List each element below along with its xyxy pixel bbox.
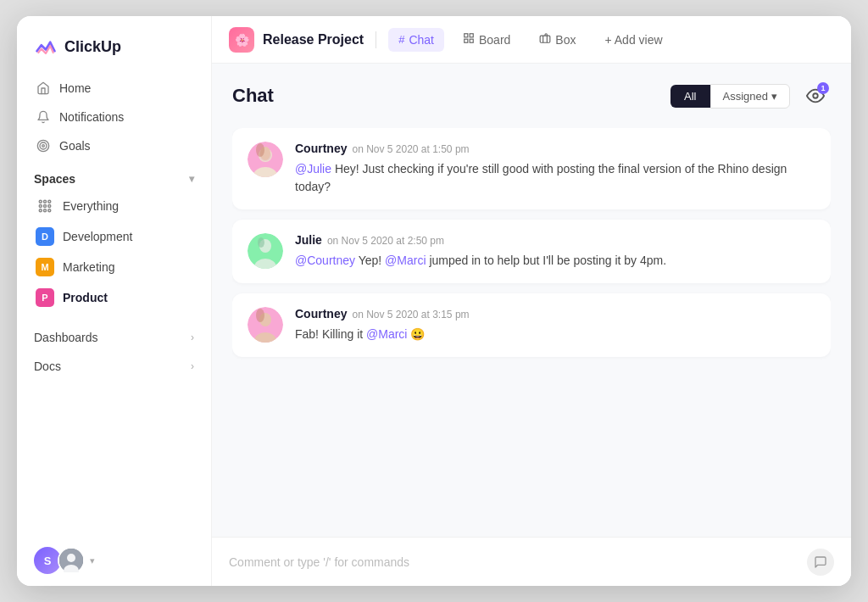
marketing-badge: M bbox=[36, 258, 54, 276]
svg-rect-17 bbox=[465, 39, 468, 42]
sidebar-item-product[interactable]: P Product bbox=[25, 282, 203, 313]
svg-point-8 bbox=[48, 205, 51, 208]
svg-point-9 bbox=[39, 209, 42, 212]
chat-area: Chat All Assigned ▾ 1 bbox=[212, 64, 851, 537]
svg-rect-15 bbox=[465, 34, 468, 37]
message-body: Courtney on Nov 5 2020 at 3:15 pm Fab! K… bbox=[295, 307, 815, 343]
message-card: Courtney on Nov 5 2020 at 1:50 pm @Julie… bbox=[232, 128, 831, 209]
avatar bbox=[248, 142, 283, 177]
docs-chevron-icon: › bbox=[191, 360, 194, 372]
filter-assigned-label: Assigned bbox=[723, 90, 768, 103]
svg-point-0 bbox=[37, 140, 48, 151]
message-text: @Courtney Yep! @Marci jumped in to help … bbox=[295, 252, 815, 270]
sidebar-item-everything[interactable]: Everything bbox=[25, 191, 203, 221]
sidebar-item-goals[interactable]: Goals bbox=[25, 131, 203, 160]
svg-rect-19 bbox=[541, 36, 551, 42]
svg-point-7 bbox=[44, 205, 47, 208]
message-time: on Nov 5 2020 at 3:15 pm bbox=[352, 309, 469, 321]
top-bar: 🌸 Release Project # Chat Board Box bbox=[212, 16, 851, 64]
tab-box[interactable]: Box bbox=[529, 27, 586, 52]
message-author: Julie bbox=[295, 233, 322, 247]
main-content: 🌸 Release Project # Chat Board Box bbox=[212, 16, 851, 586]
message-body: Julie on Nov 5 2020 at 2:50 pm @Courtney… bbox=[295, 233, 815, 270]
app-container: ClickUp Home Notific bbox=[17, 16, 851, 586]
sidebar-item-notifications-label: Notifications bbox=[59, 110, 124, 124]
sidebar-item-dashboards[interactable]: Dashboards › bbox=[17, 323, 211, 352]
chat-title: Chat bbox=[232, 85, 274, 107]
user-avatar-2[interactable] bbox=[58, 547, 85, 574]
sidebar-item-marketing-label: Marketing bbox=[63, 260, 114, 274]
sidebar-item-product-label: Product bbox=[63, 291, 108, 304]
sidebar: ClickUp Home Notific bbox=[17, 16, 212, 586]
sidebar-item-goals-label: Goals bbox=[59, 139, 91, 153]
sidebar-item-everything-label: Everything bbox=[63, 199, 119, 213]
message-meta: Courtney on Nov 5 2020 at 1:50 pm bbox=[295, 142, 815, 155]
svg-point-4 bbox=[44, 200, 47, 203]
spaces-chevron-icon: ▾ bbox=[189, 173, 194, 185]
mention[interactable]: @Julie bbox=[295, 162, 331, 176]
topbar-divider bbox=[376, 31, 376, 48]
sidebar-item-marketing[interactable]: M Marketing bbox=[25, 252, 203, 282]
message-body: Courtney on Nov 5 2020 at 1:50 pm @Julie… bbox=[295, 142, 815, 196]
tab-board-label: Board bbox=[479, 33, 510, 47]
message-meta: Courtney on Nov 5 2020 at 3:15 pm bbox=[295, 307, 815, 321]
dashboards-chevron-icon: › bbox=[191, 332, 194, 343]
mention[interactable]: @Courtney bbox=[295, 254, 355, 267]
sidebar-item-development[interactable]: D Development bbox=[25, 221, 203, 252]
board-icon bbox=[463, 32, 475, 47]
courtney-avatar2-icon bbox=[248, 307, 283, 343]
message-time: on Nov 5 2020 at 2:50 pm bbox=[327, 235, 444, 247]
messages-list: Courtney on Nov 5 2020 at 1:50 pm @Julie… bbox=[232, 128, 831, 520]
svg-point-6 bbox=[39, 205, 42, 208]
add-view-button[interactable]: + Add view bbox=[594, 28, 672, 52]
sidebar-nav: Home Notifications bbox=[17, 74, 211, 160]
message-card: Julie on Nov 5 2020 at 2:50 pm @Courtney… bbox=[232, 220, 831, 283]
goals-icon bbox=[36, 138, 51, 153]
filter-assigned-chevron-icon: ▾ bbox=[771, 90, 777, 103]
add-view-label: + Add view bbox=[604, 33, 662, 47]
sidebar-item-notifications[interactable]: Notifications bbox=[25, 103, 203, 131]
send-icon bbox=[814, 555, 827, 569]
sidebar-item-home-label: Home bbox=[59, 81, 91, 95]
message-author: Courtney bbox=[295, 307, 347, 321]
svg-point-36 bbox=[256, 309, 264, 322]
mention2[interactable]: @Marci bbox=[385, 254, 426, 267]
watch-button[interactable]: 1 bbox=[800, 81, 831, 111]
sidebar-item-development-label: Development bbox=[63, 230, 133, 243]
message-author: Courtney bbox=[295, 142, 347, 155]
filter-assigned-button[interactable]: Assigned ▾ bbox=[710, 84, 790, 109]
filter-all-button[interactable]: All bbox=[670, 85, 709, 108]
tab-chat[interactable]: # Chat bbox=[388, 28, 444, 52]
spaces-section-header: Spaces ▾ bbox=[17, 160, 211, 191]
logo-text: ClickUp bbox=[64, 38, 121, 56]
everything-icon bbox=[36, 197, 54, 215]
sidebar-item-docs[interactable]: Docs › bbox=[17, 352, 211, 381]
tab-board[interactable]: Board bbox=[453, 27, 520, 52]
tab-box-label: Box bbox=[555, 33, 576, 47]
clickup-logo-icon bbox=[34, 35, 58, 59]
courtney-avatar-icon bbox=[248, 142, 283, 177]
message-time: on Nov 5 2020 at 1:50 pm bbox=[352, 143, 469, 155]
sidebar-item-dashboards-label: Dashboards bbox=[34, 331, 98, 344]
svg-rect-16 bbox=[470, 34, 473, 37]
message-text: Fab! Killing it @Marci 😀 bbox=[295, 326, 815, 343]
avatar bbox=[248, 307, 283, 343]
mention[interactable]: @Marci bbox=[366, 327, 407, 341]
user-chevron-icon: ▾ bbox=[90, 555, 95, 566]
development-badge: D bbox=[36, 227, 54, 246]
svg-point-10 bbox=[44, 209, 47, 212]
sidebar-item-home[interactable]: Home bbox=[25, 74, 203, 103]
svg-point-32 bbox=[258, 237, 264, 248]
message-card: Courtney on Nov 5 2020 at 3:15 pm Fab! K… bbox=[232, 293, 831, 357]
sidebar-item-docs-label: Docs bbox=[34, 360, 61, 373]
home-icon bbox=[36, 81, 51, 96]
message-meta: Julie on Nov 5 2020 at 2:50 pm bbox=[295, 233, 815, 247]
project-icon: 🌸 bbox=[229, 27, 254, 53]
hash-icon: # bbox=[398, 33, 404, 46]
chat-header: Chat All Assigned ▾ 1 bbox=[232, 81, 831, 111]
comment-bar: Comment or type '/' for commands bbox=[212, 537, 851, 586]
svg-point-2 bbox=[42, 145, 45, 148]
send-button[interactable] bbox=[807, 549, 834, 576]
message-text: @Julie Hey! Just checking if you're stil… bbox=[295, 160, 815, 196]
comment-placeholder: Comment or type '/' for commands bbox=[229, 555, 409, 569]
